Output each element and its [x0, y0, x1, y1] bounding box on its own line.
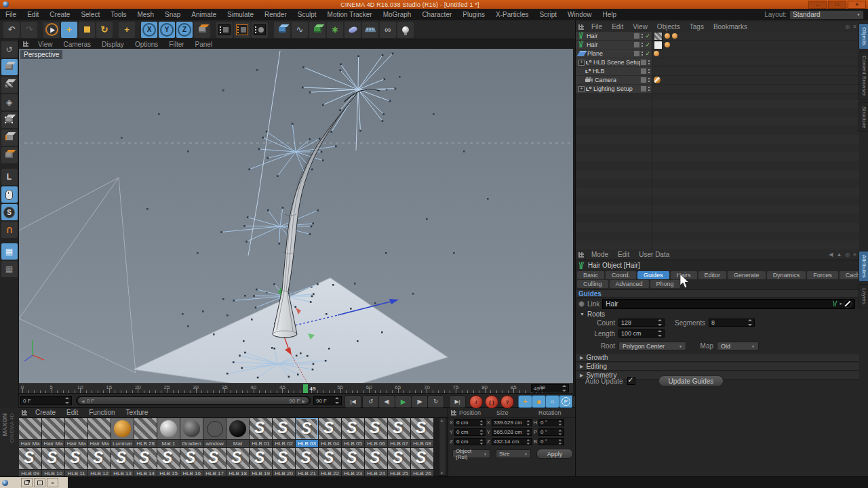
visibility-dots-icon[interactable]	[642, 51, 644, 57]
close-button[interactable]: ×	[848, 1, 866, 9]
texture-tag-icon[interactable]	[654, 32, 663, 41]
panel-menu-icon[interactable]	[578, 252, 584, 258]
material-thumbnail[interactable]	[180, 448, 203, 469]
material-thumbnail[interactable]	[273, 448, 295, 469]
menu-edit[interactable]: Edit	[613, 251, 634, 258]
make-editable-button[interactable]: ↺	[1, 41, 18, 58]
menu-snap[interactable]: Snap	[159, 11, 186, 18]
tab-guides[interactable]: Guides	[637, 271, 669, 279]
coordinate-system-button[interactable]	[194, 22, 210, 38]
material-hlb-07[interactable]: HLB 07	[388, 418, 410, 447]
material-hair-ma[interactable]: Hair Ma	[65, 418, 87, 447]
link-popup-arrow-icon[interactable]: ▸	[840, 301, 842, 306]
panel-menu-icon[interactable]	[23, 41, 28, 47]
menu-bookmarks[interactable]: Bookmarks	[709, 23, 752, 30]
material-hlb-02[interactable]: HLB 02	[273, 418, 295, 447]
maximize-icon[interactable]	[34, 478, 45, 487]
material-thumbnail[interactable]	[203, 418, 226, 439]
dock-tab-content-browser[interactable]: Content Browser	[859, 52, 868, 100]
add-cube-button[interactable]	[274, 22, 290, 38]
stepper-icon[interactable]	[479, 420, 484, 426]
dock-tab-objects[interactable]: Objects	[859, 23, 868, 49]
material-thumbnail[interactable]	[157, 418, 180, 439]
material-thumbnail[interactable]	[42, 448, 64, 469]
material-gradien[interactable]: Gradien	[180, 418, 203, 447]
view-label[interactable]: Perspective	[20, 50, 62, 59]
material-thumbnail[interactable]	[226, 418, 249, 439]
material-tag-icon[interactable]	[665, 42, 670, 47]
material-thumbnail[interactable]	[319, 418, 341, 439]
visibility-dots-icon[interactable]	[648, 60, 650, 66]
object-row-lighting-setup[interactable]: +L⁰Lighting Setup	[576, 85, 859, 94]
material-hlb-05[interactable]: HLB 05	[342, 418, 364, 447]
enabled-check-icon[interactable]: ✓	[645, 50, 650, 57]
menu-view[interactable]: View	[628, 23, 652, 30]
material-hlb-20[interactable]: HLB 20	[273, 448, 295, 477]
material-hlb-09[interactable]: HLB 09	[19, 448, 41, 477]
start-frame-field[interactable]: 0 F	[20, 396, 72, 405]
clear-link-icon[interactable]	[844, 300, 852, 308]
panel-menu-icon[interactable]	[22, 410, 27, 415]
rotation-b-field[interactable]: 0 °	[538, 438, 564, 445]
menu-function[interactable]: Function	[83, 409, 120, 416]
menu-display[interactable]: Display	[96, 41, 130, 48]
viewport-canvas[interactable]: Perspective	[19, 49, 573, 383]
workplane-mode-button[interactable]: ◈	[1, 94, 18, 110]
menu-plugins[interactable]: Plugins	[457, 11, 490, 18]
texture-mode-button[interactable]	[1, 77, 18, 93]
menu-mode[interactable]: Mode	[587, 251, 613, 258]
visibility-dots-icon[interactable]	[648, 86, 650, 92]
size-x-field[interactable]: 339.629 cm	[492, 419, 532, 426]
enabled-check-icon[interactable]: ✓	[645, 33, 650, 39]
visibility-dots-icon[interactable]	[648, 77, 650, 83]
menu-edit[interactable]: Edit	[607, 23, 628, 30]
apply-button[interactable]: Apply	[536, 449, 573, 459]
menu-tags[interactable]: Tags	[685, 23, 709, 30]
keyframe-selection-button[interactable]: ?	[500, 395, 514, 409]
current-frame-field[interactable]: 49 F	[531, 384, 569, 392]
material-thumbnail[interactable]	[157, 448, 180, 469]
material-hlb-16[interactable]: HLB 16	[180, 448, 203, 477]
render-view-button[interactable]	[216, 22, 233, 38]
menu-panel[interactable]: Panel	[190, 41, 218, 48]
menu-mesh[interactable]: Mesh	[132, 11, 159, 18]
history-back-icon[interactable]: ◀	[829, 251, 833, 258]
model-mode-button[interactable]	[1, 59, 18, 75]
menu-x-particles[interactable]: X-Particles	[490, 11, 534, 18]
undo-button[interactable]: ↶	[3, 22, 20, 38]
viewport-solo-button[interactable]	[1, 186, 18, 203]
add-generator-button[interactable]	[309, 22, 326, 38]
rotation-h-field[interactable]: 0 °	[538, 419, 564, 426]
layout-select[interactable]: Standard ▼	[789, 10, 864, 20]
material-hlb-03[interactable]: HLB 03	[296, 418, 318, 447]
material-thumbnail[interactable]	[250, 418, 272, 439]
material-hlb-01[interactable]: HLB 01	[250, 418, 272, 447]
root-dropdown[interactable]: Polygon Center▼	[618, 342, 686, 350]
material-hlb-21[interactable]: HLB 21	[296, 448, 318, 477]
material-thumbnail[interactable]	[226, 448, 249, 469]
last-used-tool-button[interactable]: +	[119, 22, 135, 38]
tab-basic[interactable]: Basic	[577, 271, 604, 279]
visibility-dots-icon[interactable]	[648, 68, 650, 75]
key-scale-button[interactable]: ■	[532, 395, 546, 408]
material-hlb-11[interactable]: HLB 11	[65, 448, 87, 477]
material-hlb-23[interactable]: HLB 23	[342, 448, 364, 477]
menu-character[interactable]: Character	[416, 11, 457, 18]
menu-texture[interactable]: Texture	[121, 409, 154, 416]
key-rotation-button[interactable]: ○	[545, 395, 559, 408]
workplane-button[interactable]: ▦	[1, 243, 18, 260]
length-field[interactable]: 100 cm	[618, 329, 665, 338]
material-thumbnail[interactable]	[88, 448, 111, 469]
edges-mode-button[interactable]	[1, 129, 18, 146]
material-hlb-17[interactable]: HLB 17	[203, 448, 226, 477]
menu-select[interactable]: Select	[75, 11, 105, 18]
material-tag-icon[interactable]	[654, 51, 659, 56]
timeline-playhead[interactable]: 49	[303, 384, 315, 393]
object-row-hair[interactable]: Hair✓	[576, 41, 859, 49]
lock-workplane-button[interactable]: ▦	[1, 261, 18, 277]
expander-icon[interactable]: +	[578, 86, 585, 92]
key-parameter-button[interactable]: P	[559, 395, 573, 408]
object-row-hlb[interactable]: L⁰HLB	[576, 67, 859, 76]
stepper-icon[interactable]	[479, 430, 484, 435]
add-mograph-button[interactable]: ∗	[327, 22, 343, 38]
